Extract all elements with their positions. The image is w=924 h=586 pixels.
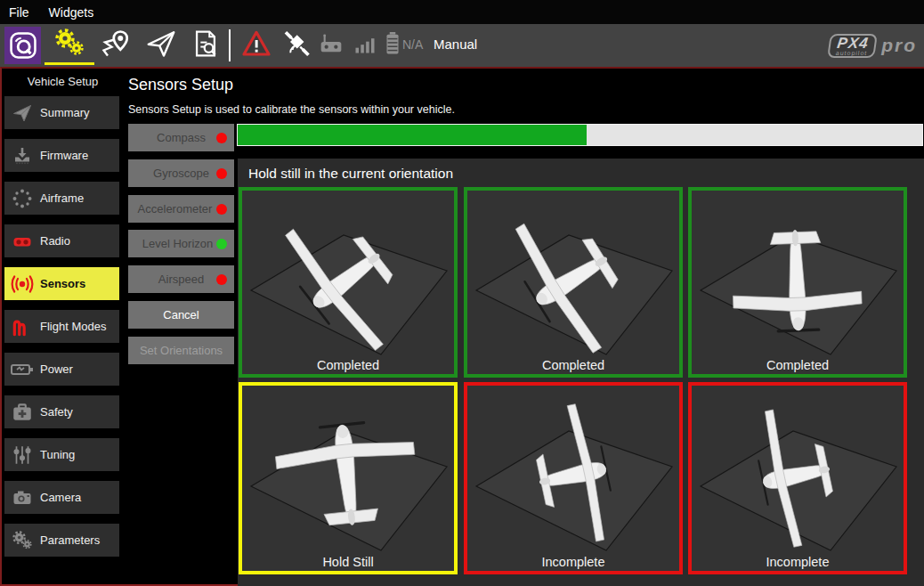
fly-button[interactable] [141,24,182,63]
qgc-logo-button[interactable] [4,27,41,64]
toolbar-divider [229,29,231,61]
sidebar-item-label: Tuning [40,448,75,461]
sidebar-item-label: Sensors [40,277,85,290]
satellite-icon [281,28,312,59]
menu-file[interactable]: File [9,5,29,20]
level-horizon-status-dot [216,239,227,249]
sidebar-item-power[interactable]: Power [4,353,119,386]
sidebar-item-summary[interactable]: Summary [4,96,119,129]
button-label: Set Orientations [140,344,223,357]
paper-plane-icon [4,102,40,124]
plan-button[interactable] [96,24,135,63]
setup-active-underline [45,62,94,65]
rc-transmitter-icon [317,29,345,58]
level-horizon-cal-button[interactable]: Level Horizon [128,230,234,257]
rc-rssi-button[interactable] [313,24,349,63]
sidebar-item-label: Power [40,362,73,376]
px4-pro-logo: PX4 autopilot pro [829,29,917,61]
px4-pro-text: pro [881,35,917,56]
sidebar-item-sensors[interactable]: Sensors [4,267,119,300]
vehicle-orientation-image [692,386,904,571]
fly-paper-plane-icon [144,28,178,60]
compass-status-dot [216,133,227,143]
battery-icon [381,29,404,58]
orientation-cell-nose-up: Hold Still [239,382,458,574]
telemetry-rssi-button[interactable] [350,24,380,63]
gears-icon [4,529,40,552]
airspeed-cal-button[interactable]: Airspeed [128,265,234,293]
analyze-button[interactable] [187,24,224,63]
waves-icon [4,315,40,338]
sidebar-item-label: Radio [40,234,70,248]
sidebar-item-airframe[interactable]: Airframe [4,182,119,215]
battery-horizontal-icon [4,359,40,380]
gyroscope-status-dot [216,168,227,179]
camera-icon [4,487,40,509]
px4-logo-text: PX4 [836,37,870,50]
first-aid-icon [4,401,40,424]
px4-logo-box: PX4 autopilot [827,34,878,58]
airspeed-status-dot [216,274,227,285]
sidebar-item-label: Camera [40,491,81,504]
progress-fill [238,125,587,145]
analyze-document-icon [190,28,221,60]
vehicle-orientation-image [242,386,454,571]
sidebar-item-label: Airframe [40,191,84,205]
sidebar-item-tuning[interactable]: Tuning [4,438,119,471]
calibration-instruction: Hold still in the current orientation [248,166,453,182]
vehicle-orientation-image [692,191,904,374]
sidebar-item-flight-modes[interactable]: Flight Modes [4,310,119,343]
page-title: Sensors Setup [128,76,233,94]
main-toolbar: N/A Manual PX4 autopilot pro [0,24,924,67]
orientation-status-label: Incomplete [692,555,904,569]
dotted-circle-icon [4,188,40,209]
orientation-status-label: Completed [242,358,454,372]
vehicle-messages-button[interactable] [239,24,274,63]
sidebar-item-label: Firmware [40,149,88,162]
download-icon [4,145,40,167]
sidebar-item-firmware[interactable]: Firmware [4,139,119,172]
menu-widgets[interactable]: Widgets [49,5,94,20]
orientation-cell-down: Completed [239,187,458,378]
menu-bar: File Widgets [0,0,924,24]
button-label: Level Horizon [142,237,214,250]
gyroscope-cal-button[interactable]: Gyroscope [128,159,234,187]
sidebar-item-label: Flight Modes [40,320,106,333]
button-label: Accelerometer [138,202,213,216]
vehicle-setup-view: Vehicle Setup Summary Firmware [0,67,924,586]
qgroundcontrol-window: File Widgets [0,0,924,586]
orientation-cell-left-side: Incomplete [464,382,683,574]
sidebar-item-radio[interactable]: Radio [4,224,119,257]
gps-status-button[interactable] [278,24,315,63]
sidebar-item-label: Safety [40,405,73,419]
sidebar-item-camera[interactable]: Camera [4,481,119,514]
sidebar-item-label: Summary [40,106,90,119]
page-subtitle: Sensors Setup is used to calibrate the s… [128,103,455,116]
cancel-button[interactable]: Cancel [128,301,234,329]
vehicle-orientation-image [242,191,454,374]
sidebar-item-label: Parameters [40,533,100,547]
plan-waypoint-icon [100,28,132,60]
qgc-logo-icon [8,30,38,61]
calibration-panel: Hold still in the current orientation Co… [238,159,924,586]
accelerometer-cal-button[interactable]: Accelerometer [128,195,234,223]
orientation-status-label: Completed [467,358,679,372]
signal-bars-icon [353,31,377,56]
compass-cal-button[interactable]: Compass [128,124,234,151]
orientation-status-label: Hold Still [242,555,454,569]
warning-triangle-icon [241,29,272,58]
setup-button[interactable] [49,24,90,63]
orientation-cell-upside-down: Completed [464,187,683,378]
set-orientations-button[interactable]: Set Orientations [128,337,234,364]
radio-icon [4,231,40,252]
sidebar-item-safety[interactable]: Safety [4,395,119,428]
battery-status-text: N/A [402,37,423,52]
sliders-icon [4,444,40,467]
button-label: Cancel [163,308,199,321]
sidebar-item-parameters[interactable]: Parameters [4,524,119,557]
flight-mode-text[interactable]: Manual [434,37,477,52]
button-label: Airspeed [158,273,204,286]
px4-logo-subtext: autopilot [835,50,867,56]
accelerometer-status-dot [216,204,227,215]
orientation-cell-nose-down: Completed [688,187,907,378]
